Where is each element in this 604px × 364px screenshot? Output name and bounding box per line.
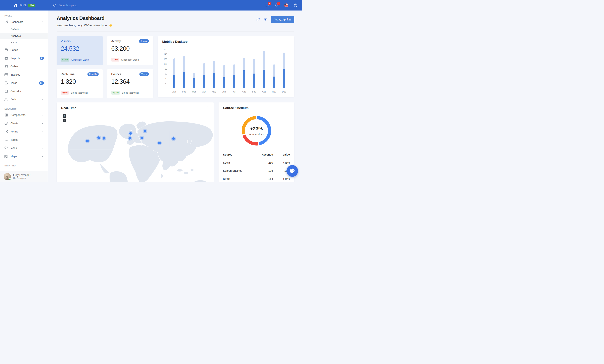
sidebar-subitem-saas[interactable]: SaaS — [0, 39, 48, 46]
check-square-icon — [4, 81, 8, 85]
bar-segment-desktop — [233, 64, 235, 75]
bar-segment-mobile — [173, 75, 175, 88]
chevron-up-icon — [41, 21, 44, 23]
shopping-cart-icon — [4, 65, 8, 68]
stat-period-pill: Annual — [138, 39, 149, 43]
user-name: Lucy Lavender — [13, 174, 30, 176]
sidebar-item-tasks[interactable]: Tasks17 — [0, 79, 48, 87]
palette-icon — [289, 168, 295, 174]
check-square-icon — [4, 130, 8, 133]
cell-source: Search Engines — [223, 167, 252, 175]
messages-count-badge: 3 — [268, 2, 271, 5]
bar-segment-mobile — [193, 78, 195, 88]
brand-logo[interactable]: Mira PRO — [13, 3, 35, 8]
sidebar-subitem-default[interactable]: Default — [0, 26, 48, 33]
x-axis-label: Apr — [201, 90, 207, 93]
stat-delta-chip: -18% — [61, 91, 69, 95]
refresh-icon[interactable] — [256, 18, 260, 21]
users-icon — [4, 98, 8, 101]
filter-icon[interactable] — [264, 18, 267, 21]
online-status-dot — [9, 178, 11, 180]
stat-value: 24.532 — [61, 45, 99, 52]
sidebar-item-icons[interactable]: Icons — [0, 144, 48, 152]
stat-card-visitors: Visitors 24.532 +14% Since last week — [57, 36, 103, 65]
notifications-count-badge: 7 — [277, 2, 280, 5]
logout-button[interactable] — [294, 3, 298, 7]
map-zoom-out-button[interactable]: − — [63, 119, 66, 122]
bar-segment-desktop — [203, 63, 205, 75]
bar-segment-mobile — [203, 75, 205, 88]
bar-jul — [233, 64, 235, 88]
chevron-down-icon — [41, 73, 44, 76]
stat-caption: Since last week — [122, 91, 139, 94]
map-marker-madrid — [128, 137, 131, 140]
sidebar-item-dashboard[interactable]: Dashboard — [0, 18, 48, 26]
sidebar-item-invoices[interactable]: Invoices — [0, 71, 48, 79]
navbar-actions: 3 7 — [265, 3, 302, 7]
sidebar-item-orders[interactable]: Orders — [0, 62, 48, 71]
cell-revenue: 125 — [252, 167, 273, 175]
top-navbar: Mira PRO 3 7 — [0, 0, 302, 11]
map-zoom-in-button[interactable]: + — [63, 114, 66, 118]
sidebar-section-label: MIRA PRO — [4, 164, 43, 167]
cell-source: Social — [223, 159, 252, 167]
kebab-menu-icon[interactable] — [206, 106, 210, 110]
sidebar-item-forms[interactable]: Forms — [0, 127, 48, 136]
table-row-search-engines: Search Engines 125 -12% — [223, 167, 290, 175]
language-flag-us[interactable] — [284, 3, 288, 7]
stat-title: Activity — [111, 40, 121, 43]
sidebar-item-components[interactable]: Components — [0, 111, 48, 119]
bar-may — [213, 61, 215, 88]
y-axis-tick: 80 — [162, 68, 167, 70]
search-input[interactable] — [59, 4, 104, 7]
source-medium-card: Source / Medium +23% new visitors Source… — [218, 102, 294, 182]
map-icon — [4, 155, 8, 158]
bar-segment-desktop — [273, 64, 275, 76]
bar-mar — [193, 73, 195, 88]
stats-grid: Visitors 24.532 +14% Since last week Act… — [57, 36, 153, 98]
bar-segment-mobile — [223, 77, 225, 88]
kebab-menu-icon[interactable] — [286, 40, 290, 44]
sidebar-section-label: PAGES — [4, 15, 43, 17]
sidebar-item-projects[interactable]: Projects8 — [0, 54, 48, 62]
bar-segment-mobile — [233, 75, 235, 88]
stat-value: 63.200 — [111, 45, 149, 52]
cell-value: +46% — [273, 175, 290, 182]
sidebar-item-tables[interactable]: Tables — [0, 136, 48, 144]
bar-segment-desktop — [253, 59, 255, 74]
sidebar-item-charts[interactable]: Charts — [0, 119, 48, 127]
stat-delta-chip: +27% — [111, 91, 120, 95]
main-content: Analytics Dashboard Welcome back, Lucy! … — [48, 11, 302, 182]
date-range-button[interactable]: Today: April 29 — [271, 16, 294, 23]
bar-dec — [283, 52, 285, 88]
bar-segment-desktop — [173, 58, 175, 75]
pie-chart-icon — [4, 122, 8, 125]
sidebar-item-maps[interactable]: Maps — [0, 152, 48, 160]
sidebar-subitem-analytics[interactable]: Analytics — [0, 33, 48, 39]
col-value: Value — [273, 152, 290, 159]
search-icon — [53, 4, 57, 7]
x-axis-label: Oct — [261, 90, 267, 93]
bar-segment-mobile — [183, 72, 185, 88]
sidebar-item-pages[interactable]: Pages — [0, 46, 48, 54]
welcome-message: Welcome back, Lucy! We've missed you. — [57, 24, 113, 27]
donut-chart: +23% new visitors — [240, 115, 272, 147]
table-row-direct: Direct 164 +46% — [223, 175, 290, 182]
kebab-menu-icon[interactable] — [286, 106, 290, 110]
cell-value: +35% — [273, 159, 290, 167]
map-card-title: Real-Time — [61, 106, 76, 110]
y-axis-tick: 60 — [162, 73, 167, 75]
map-marker-london — [129, 132, 132, 135]
bar-segment-mobile — [213, 73, 215, 88]
chevron-down-icon — [41, 155, 44, 158]
map-marker-beijing — [172, 137, 175, 140]
sidebar-item-auth[interactable]: Auth — [0, 95, 48, 104]
pro-badge: PRO — [28, 4, 35, 7]
chevron-down-icon — [41, 49, 44, 51]
x-axis-label: Dec — [281, 90, 287, 93]
messages-button[interactable]: 3 — [265, 3, 269, 7]
theme-settings-fab[interactable] — [286, 165, 298, 177]
sidebar-user-profile[interactable]: Lucy Lavender UX Designer — [0, 171, 48, 182]
sidebar-item-calendar[interactable]: Calendar — [0, 87, 48, 95]
notifications-button[interactable]: 7 — [275, 3, 278, 7]
